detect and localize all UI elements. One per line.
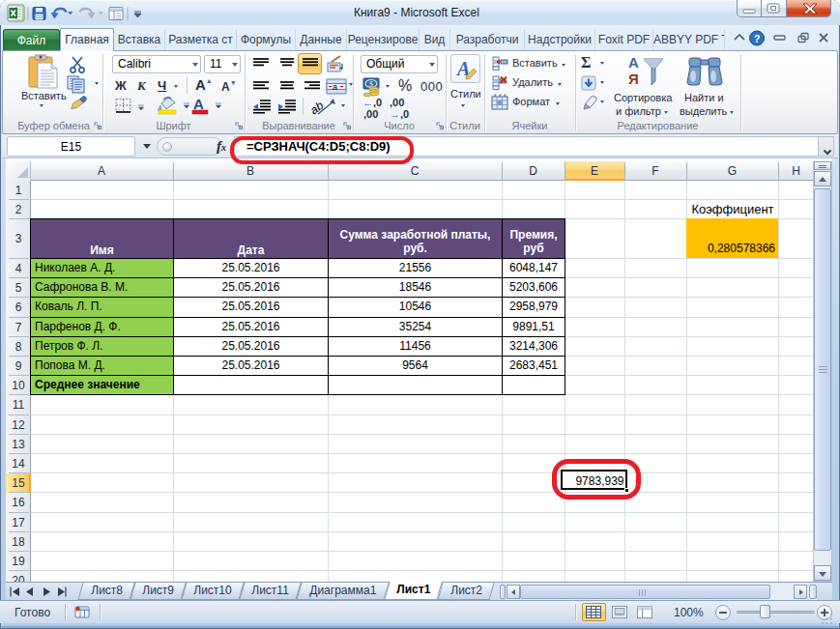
svg-text:Я: Я	[628, 71, 639, 87]
svg-text:?: ?	[754, 33, 761, 44]
svg-text:A: A	[193, 96, 204, 112]
svg-text:А: А	[628, 54, 639, 71]
svg-text:a: a	[333, 82, 337, 92]
